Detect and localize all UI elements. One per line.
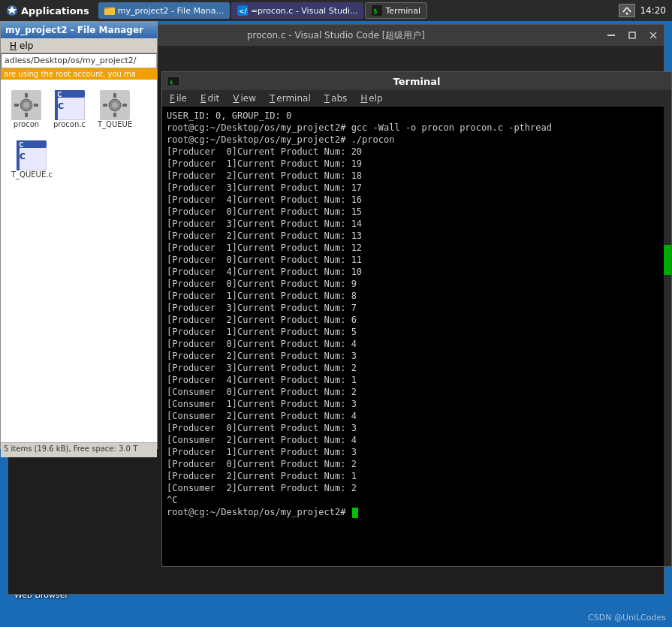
svg-point-7 bbox=[626, 13, 628, 15]
terminal-scrollbar[interactable] bbox=[664, 107, 671, 566]
tab-vscode[interactable]: </> =procon.c - Visual Studi... bbox=[231, 2, 364, 19]
fm-warning: are using the root account, you ma bbox=[1, 68, 157, 80]
watermark: CSDN @UniLCodes bbox=[588, 613, 666, 622]
terminal-menu-view[interactable]: View bbox=[230, 93, 258, 104]
window-tabs: my_project2 - File Mana... </> =procon.c… bbox=[95, 0, 613, 21]
svg-rect-8 bbox=[607, 35, 615, 36]
fm-title: my_project2 - File Manager bbox=[5, 25, 143, 35]
svg-text:C: C bbox=[57, 91, 62, 98]
fm-file-tqueue[interactable]: T_QUEUE bbox=[95, 87, 135, 131]
fm-path: adless/Desktop/os/my_project2/ bbox=[1, 53, 157, 68]
vscode-minimize-btn[interactable] bbox=[601, 25, 622, 46]
vscode-title: procon.c - Visual Studio Code [超级用户] bbox=[247, 29, 425, 42]
terminal-line: [Producer 3]Current Product Num: 14 bbox=[167, 218, 667, 230]
svg-text:C: C bbox=[20, 152, 26, 161]
applications-label: Applications bbox=[21, 5, 89, 17]
terminal-line: [Producer 3]Current Product Num: 17 bbox=[167, 182, 667, 194]
svg-text:C: C bbox=[19, 141, 24, 149]
terminal-line: [Producer 1]Current Product Num: 5 bbox=[167, 326, 667, 338]
svg-text:</>: </> bbox=[239, 8, 248, 15]
terminal-line: [Consumer 0]Current Product Num: 2 bbox=[167, 386, 667, 398]
fm-file-label-procon: procon bbox=[14, 120, 39, 128]
terminal-line: [Producer 4]Current Product Num: 10 bbox=[167, 266, 667, 278]
fm-file-tqueue-c[interactable]: C C T_QUEUE.c bbox=[8, 137, 56, 182]
terminal-line: ^C bbox=[167, 494, 667, 506]
terminal-line: root@cg:~/Desktop/os/my_project2# gcc -W… bbox=[167, 122, 667, 134]
tab-file-manager[interactable]: my_project2 - File Mana... bbox=[98, 2, 230, 19]
terminal-line: [Consumer 2]Current Product Num: 4 bbox=[167, 434, 667, 446]
terminal-line: [Producer 2]Current Product Num: 6 bbox=[167, 314, 667, 326]
vscode-icon: </> bbox=[237, 5, 248, 16]
svg-rect-35 bbox=[103, 104, 107, 107]
tab-terminal[interactable]: $ Terminal bbox=[365, 2, 427, 19]
svg-text:$_: $_ bbox=[170, 80, 176, 85]
terminal-title: Terminal bbox=[393, 76, 441, 87]
terminal-menubar: File Edit View Terminal Tabs Help bbox=[162, 90, 671, 107]
terminal-line: [Producer 1]Current Product Num: 8 bbox=[167, 290, 667, 302]
fm-menu-help[interactable]: Help bbox=[4, 41, 36, 51]
terminal-line: [Producer 1]Current Product Num: 19 bbox=[167, 158, 667, 170]
fm-file-label-procon-c: procon.c bbox=[53, 120, 86, 128]
terminal-line: [Producer 0]Current Product Num: 3 bbox=[167, 422, 667, 434]
terminal-line: [Producer 3]Current Product Num: 7 bbox=[167, 302, 667, 314]
svg-text:$: $ bbox=[373, 8, 377, 15]
terminal-line: [Producer 0]Current Product Num: 15 bbox=[167, 206, 667, 218]
terminal-line: [Consumer 2]Current Product Num: 4 bbox=[167, 410, 667, 422]
c-file-icon-procon: C C bbox=[55, 90, 85, 120]
terminal-line: USER_ID: 0, GROUP_ID: 0 bbox=[167, 110, 667, 122]
fm-file-label-tqueue: T_QUEUE bbox=[98, 120, 132, 128]
terminal-line: [Producer 4]Current Product Num: 1 bbox=[167, 374, 667, 386]
terminal-line: [Producer 1]Current Product Num: 12 bbox=[167, 242, 667, 254]
terminal-menu-help[interactable]: Help bbox=[357, 93, 384, 104]
fm-file-label-tqueue-c: T_QUEUE.c bbox=[11, 170, 53, 179]
terminal-menu-edit[interactable]: Edit bbox=[197, 93, 221, 104]
svg-point-20 bbox=[23, 102, 29, 108]
svg-rect-34 bbox=[113, 113, 116, 117]
svg-point-32 bbox=[112, 102, 118, 108]
clock: 14:20 bbox=[640, 5, 666, 16]
svg-rect-36 bbox=[122, 104, 127, 107]
vscode-window-controls bbox=[601, 25, 664, 46]
terminal-line: root@cg:~/Desktop/os/my_project2# bbox=[167, 506, 667, 518]
fm-files: procon C C procon.c T_QU bbox=[1, 80, 157, 442]
svg-rect-33 bbox=[113, 93, 116, 98]
svg-rect-23 bbox=[14, 104, 19, 107]
svg-rect-9 bbox=[629, 32, 635, 38]
svg-rect-22 bbox=[25, 113, 28, 117]
terminal-line: root@cg:~/Desktop/os/my_project2# ./proc… bbox=[167, 134, 667, 146]
fm-file-procon-c[interactable]: C C procon.c bbox=[50, 87, 89, 131]
menu-icon bbox=[6, 5, 18, 17]
fm-file-procon[interactable]: procon bbox=[8, 87, 44, 131]
c-file-icon-tqueue: C C bbox=[17, 140, 47, 170]
terminal-line: [Producer 0]Current Product Num: 9 bbox=[167, 278, 667, 290]
terminal-cursor bbox=[352, 508, 358, 518]
fm-titlebar: my_project2 - File Manager bbox=[1, 22, 157, 38]
terminal-content[interactable]: USER_ID: 0, GROUP_ID: 0root@cg:~/Desktop… bbox=[162, 107, 671, 566]
terminal-menu-terminal[interactable]: Terminal bbox=[267, 93, 312, 104]
terminal-line: [Consumer 1]Current Product Num: 3 bbox=[167, 398, 667, 410]
vscode-close-btn[interactable] bbox=[643, 25, 664, 46]
svg-text:C: C bbox=[58, 101, 64, 111]
file-manager-window: my_project2 - File Manager Help adless/D… bbox=[0, 21, 158, 449]
taskbar: Applications my_project2 - File Mana... … bbox=[0, 0, 672, 21]
svg-rect-29 bbox=[55, 90, 58, 120]
terminal-menu-file[interactable]: File bbox=[167, 93, 188, 104]
folder-icon bbox=[104, 5, 115, 16]
svg-rect-41 bbox=[17, 140, 20, 170]
terminal-line: [Producer 0]Current Product Num: 11 bbox=[167, 254, 667, 266]
terminal-title-icon: $_ bbox=[169, 78, 178, 85]
terminal-line: [Producer 2]Current Product Num: 3 bbox=[167, 350, 667, 362]
terminal-line: [Producer 3]Current Product Num: 2 bbox=[167, 362, 667, 374]
terminal-titlebar: $_ Terminal bbox=[162, 72, 671, 90]
terminal-line: [Producer 2]Current Product Num: 18 bbox=[167, 170, 667, 182]
network-icon bbox=[619, 4, 635, 17]
terminal-line: [Producer 4]Current Product Num: 16 bbox=[167, 194, 667, 206]
terminal-scrollthumb[interactable] bbox=[664, 245, 671, 275]
vscode-maximize-btn[interactable] bbox=[622, 25, 643, 46]
terminal-line: [Producer 0]Current Product Num: 2 bbox=[167, 458, 667, 470]
terminal-menu-tabs[interactable]: Tabs bbox=[321, 93, 349, 104]
applications-menu[interactable]: Applications bbox=[0, 0, 95, 21]
terminal-line: [Producer 1]Current Product Num: 3 bbox=[167, 446, 667, 458]
taskbar-right: 14:20 bbox=[613, 4, 672, 17]
svg-rect-2 bbox=[104, 8, 109, 9]
